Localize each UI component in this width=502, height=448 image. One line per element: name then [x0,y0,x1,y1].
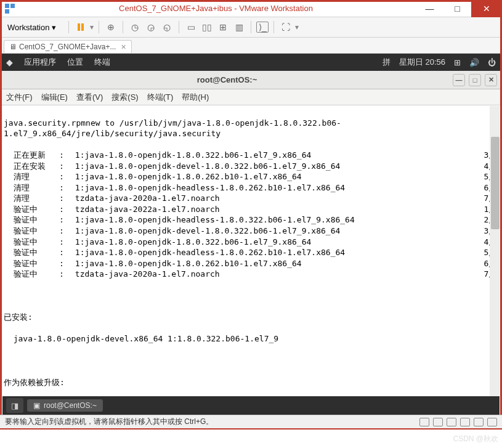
output-row: 正在更新: 1:java-1.8.0-openjdk-1.8.0.322.b06… [4,150,498,161]
output-line: java-1.8.0-openjdk-devel.x86_64 1:1.8.0.… [4,333,498,344]
snapshot-icon[interactable]: ◷ [128,20,142,34]
menu-file[interactable]: 文件(F) [6,92,33,103]
scrollbar-thumb[interactable] [491,137,500,229]
terminal-maximize-button[interactable]: □ [469,74,481,86]
blank-line [4,290,498,301]
output-row: 验证中: 1:java-1.8.0-openjdk-devel-1.8.0.32… [4,226,498,237]
terminal-title: root@CentOS:~ [5,75,449,84]
fullscreen-icon[interactable]: ⛶ [279,20,293,34]
ime-indicator[interactable]: 拼 [383,57,391,68]
output-row: 正在安装: 1:java-1.8.0-openjdk-devel-1.8.0.3… [4,161,498,172]
statusbar-message: 要将输入定向到该虚拟机，请将鼠标指针移入其中或按 Ctrl+G。 [5,417,213,427]
device-icon[interactable] [433,418,443,426]
output-row: 验证中: tzdata-java-2020a-1.el7.noarch7/7 [4,269,498,280]
monitor-icon: 🖥 [9,43,17,51]
gnome-taskbar: ◨ ▣ root@CentOS:~ [2,396,500,415]
svg-rect-4 [81,23,84,31]
vmware-logo-icon [4,2,16,15]
separator [273,21,274,33]
terminal-menubar: 文件(F) 编辑(E) 查看(V) 搜索(S) 终端(T) 帮助(H) [0,89,502,105]
section-header: 已安装: [4,312,498,323]
separator [179,21,179,33]
weekday-label: 星期日 [399,57,423,67]
workstation-label: Workstation [7,23,49,32]
network-icon[interactable]: ⊞ [454,58,461,67]
vmware-titlebar: CentOS_7_GNOME+Java+ibus - VMware Workst… [0,0,502,17]
minimize-button[interactable]: — [416,0,443,17]
pause-icon[interactable] [74,20,87,34]
svg-rect-3 [78,23,80,31]
separator [251,21,251,33]
separator [123,21,123,33]
svg-rect-2 [5,9,9,14]
device-icon[interactable] [460,418,470,426]
vm-tabbar: 🖥 CentOS_7_GNOME+Java+... ✕ [0,38,502,54]
output-row: 验证中: tzdata-java-2022a-1.el7.noarch1/7 [4,204,498,215]
terminal-icon: ▣ [33,401,40,410]
output-row: 验证中: 1:java-1.8.0-openjdk-1.8.0.322.b06-… [4,237,498,248]
revert-icon[interactable]: ◵ [160,20,174,34]
console-view-icon[interactable]: ▥ [232,20,246,34]
output-row: 清理: 1:java-1.8.0-openjdk-1.8.0.262.b10-1… [4,171,498,182]
separator [68,21,69,33]
thumbnail-icon[interactable]: ⊞ [216,20,230,34]
applications-icon[interactable]: ◆ [6,57,13,67]
blank-line [4,356,498,367]
terminal-body[interactable]: java.security.rpmnew to /usr/lib/jvm/jav… [0,105,502,400]
taskbar-item-label: root@CentOS:~ [44,401,97,410]
unity-icon[interactable]: ⟩_ [256,22,269,33]
maximize-button[interactable]: □ [443,0,471,17]
vm-tab-label: CentOS_7_GNOME+Java+... [19,43,116,51]
volume-icon[interactable]: 🔊 [469,58,479,67]
show-desktop-button[interactable]: ◨ [6,398,23,413]
vmware-statusbar: 要将输入定向到该虚拟机，请将鼠标指针移入其中或按 Ctrl+G。 [0,415,502,428]
window-title: CentOS_7_GNOME+Java+ibus - VMware Workst… [16,4,416,13]
close-button[interactable]: ✕ [471,0,502,17]
section-header: 作为依赖被升级: [4,377,498,388]
svg-rect-1 [10,4,15,8]
menu-view[interactable]: 查看(V) [76,92,103,103]
vm-tab[interactable]: 🖥 CentOS_7_GNOME+Java+... ✕ [4,40,132,53]
applications-menu[interactable]: 应用程序 [24,57,56,68]
menu-edit[interactable]: 编辑(E) [41,92,68,103]
watermark: CSDN @秋欢 [453,434,498,444]
output-row: 验证中: 1:java-1.8.0-openjdk-headless-1.8.0… [4,214,498,226]
terminal-titlebar: root@CentOS:~ — □ ✕ [0,71,502,89]
terminal-close-button[interactable]: ✕ [485,74,497,86]
terminal-menu[interactable]: 终端 [94,57,110,68]
power-icon[interactable]: ⏻ [488,58,496,67]
terminal-minimize-button[interactable]: — [453,74,465,86]
device-icon[interactable] [487,418,497,426]
output-row: 清理: tzdata-java-2020a-1.el7.noarch7/7 [4,193,498,204]
terminal-scrollbar[interactable] [490,106,500,401]
separator [99,21,99,33]
svg-rect-0 [5,4,9,8]
device-icon[interactable] [447,418,456,426]
tab-close-icon[interactable]: ✕ [121,43,126,51]
snapshot-manage-icon[interactable]: ◶ [144,20,158,34]
send-ctrl-alt-del-icon[interactable]: ⊕ [104,20,118,34]
output-line: java.security.rpmnew to /usr/lib/jvm/jav… [4,118,498,139]
taskbar-item[interactable]: ▣ root@CentOS:~ [27,399,103,412]
output-row: 验证中: 1:java-1.8.0-openjdk-headless-1.8.0… [4,247,498,258]
device-icon[interactable] [474,418,484,426]
dropdown-arrow-icon: ▾ [52,23,56,32]
menu-terminal[interactable]: 终端(T) [147,92,174,103]
places-menu[interactable]: 位置 [67,57,83,68]
output-row: 清理: 1:java-1.8.0-openjdk-headless-1.8.0.… [4,182,498,193]
gnome-top-bar: ◆ 应用程序 位置 终端 拼 星期日 20:56 ⊞ 🔊 ⏻ [0,54,502,71]
vmware-toolbar: Workstation ▾ ▾ ⊕ ◷ ◶ ◵ ▭ ▯▯ ⊞ ▥ ⟩_ ⛶ ▾ [0,17,502,38]
clock-label[interactable]: 20:56 [425,57,445,67]
dropdown-arrow-icon[interactable]: ▾ [90,23,94,31]
workstation-menu[interactable]: Workstation ▾ [5,22,59,33]
menu-search[interactable]: 搜索(S) [111,92,138,103]
dropdown-arrow-icon[interactable]: ▾ [295,23,299,31]
output-row: 验证中: 1:java-1.8.0-openjdk-1.8.0.262.b10-… [4,258,498,269]
menu-help[interactable]: 帮助(H) [182,92,209,103]
single-window-icon[interactable]: ▭ [184,20,198,34]
multi-window-icon[interactable]: ▯▯ [200,20,214,34]
device-icon[interactable] [419,418,429,426]
